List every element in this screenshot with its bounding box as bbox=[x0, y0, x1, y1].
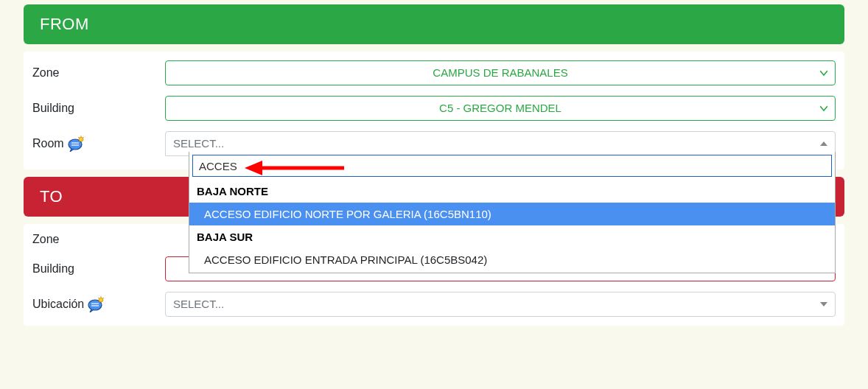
from-header: FROM bbox=[24, 4, 844, 44]
svg-line-15 bbox=[98, 298, 99, 298]
to-ubicacion-select[interactable]: SELECT... bbox=[165, 292, 836, 317]
from-zone-label: Zone bbox=[32, 66, 165, 80]
option-item[interactable]: ACCESO EDIFICIO NORTE POR GALERIA (16C5B… bbox=[189, 203, 835, 225]
chevron-down-icon bbox=[820, 301, 827, 308]
to-header-title: TO bbox=[40, 187, 63, 206]
option-group: BAJA SUR bbox=[189, 225, 835, 248]
to-ubicacion-placeholder: SELECT... bbox=[173, 298, 224, 310]
svg-point-12 bbox=[99, 298, 103, 302]
to-zone-label-text: Zone bbox=[32, 233, 59, 246]
svg-line-6 bbox=[78, 137, 79, 138]
chevron-down-icon bbox=[820, 69, 827, 77]
option-item-text: ACCESO EDIFICIO NORTE POR GALERIA (16C5B… bbox=[204, 208, 491, 220]
to-zone-label: Zone bbox=[32, 233, 165, 246]
option-group-label: BAJA NORTE bbox=[197, 185, 268, 197]
from-zone-row: Zone CAMPUS DE RABANALES bbox=[32, 60, 836, 85]
svg-line-14 bbox=[103, 298, 104, 298]
chevron-down-icon bbox=[820, 105, 827, 112]
option-item[interactable]: ACCESO EDIFICIO ENTRADA PRINCIPAL (16C5B… bbox=[189, 248, 835, 271]
chat-idea-icon[interactable] bbox=[67, 136, 86, 152]
from-header-title: FROM bbox=[40, 15, 89, 33]
from-room-label-text: Room bbox=[32, 137, 64, 150]
option-group-label: BAJA SUR bbox=[197, 231, 253, 243]
from-panel: Zone CAMPUS DE RABANALES Building C5 - G… bbox=[24, 52, 844, 169]
to-ubicacion-label-text: Ubicación bbox=[32, 298, 84, 311]
to-building-label: Building bbox=[32, 262, 165, 276]
to-building-label-text: Building bbox=[32, 262, 74, 276]
from-building-label-text: Building bbox=[32, 102, 74, 115]
from-building-value: C5 - GREGOR MENDEL bbox=[439, 102, 561, 114]
option-group: BAJA NORTE bbox=[189, 180, 835, 203]
dropdown-search-wrap bbox=[189, 152, 835, 180]
from-building-label: Building bbox=[32, 102, 165, 115]
option-item-text: ACCESO EDIFICIO ENTRADA PRINCIPAL (16C5B… bbox=[204, 253, 487, 266]
to-ubicacion-row: Ubicación SELECT... bbox=[32, 292, 836, 317]
from-room-dropdown: BAJA NORTE ACCESO EDIFICIO NORTE POR GAL… bbox=[189, 152, 836, 273]
room-search-input[interactable] bbox=[192, 155, 832, 177]
chat-idea-icon[interactable] bbox=[87, 296, 106, 312]
chevron-up-icon bbox=[820, 140, 827, 147]
from-building-select[interactable]: C5 - GREGOR MENDEL bbox=[165, 96, 836, 121]
from-room-label: Room bbox=[32, 136, 165, 152]
to-ubicacion-label: Ubicación bbox=[32, 296, 165, 312]
from-zone-label-text: Zone bbox=[32, 66, 59, 80]
from-building-row: Building C5 - GREGOR MENDEL bbox=[32, 96, 836, 121]
svg-point-3 bbox=[79, 137, 83, 141]
svg-line-5 bbox=[83, 137, 84, 138]
from-room-placeholder: SELECT... bbox=[173, 137, 224, 150]
from-zone-select[interactable]: CAMPUS DE RABANALES bbox=[165, 60, 836, 85]
from-zone-value: CAMPUS DE RABANALES bbox=[433, 66, 567, 79]
